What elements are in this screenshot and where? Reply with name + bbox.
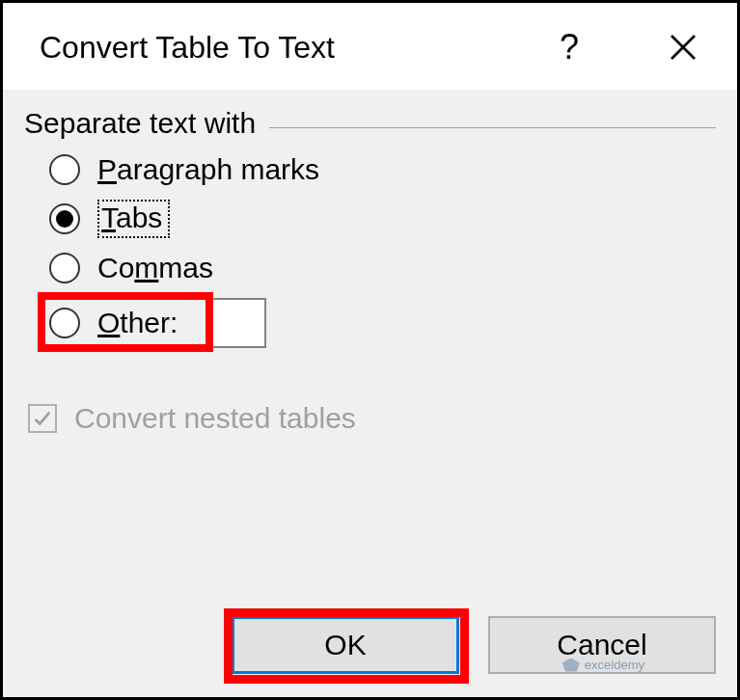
ok-button[interactable]: OK <box>232 616 459 674</box>
titlebar-buttons: ? <box>546 24 706 70</box>
checkbox-label: Convert nested tables <box>74 402 356 435</box>
radio-label: Other: <box>97 307 178 339</box>
fieldset-divider <box>269 127 716 128</box>
radio-label: Tabs <box>97 200 170 238</box>
radio-label: Commas <box>97 252 213 284</box>
dialog-title: Convert Table To Text <box>40 30 335 66</box>
separator-radio-group: Paragraph marks Tabs Commas Other: <box>24 153 716 348</box>
radio-button-icon <box>49 203 80 234</box>
help-button[interactable]: ? <box>546 24 592 70</box>
radio-button-icon <box>49 253 80 283</box>
radio-paragraph-marks[interactable]: Paragraph marks <box>49 153 716 186</box>
radio-selected-icon <box>56 210 73 228</box>
dialog-body: Separate text with Paragraph marks Tabs … <box>3 90 737 697</box>
cancel-button[interactable]: Cancel <box>488 616 716 674</box>
checkmark-icon <box>32 408 53 429</box>
radio-tabs[interactable]: Tabs <box>49 200 716 238</box>
other-separator-input[interactable] <box>210 298 266 348</box>
close-button[interactable] <box>660 24 706 70</box>
radio-button-icon <box>49 308 80 338</box>
fieldset-label: Separate text with <box>24 107 256 140</box>
close-icon <box>668 32 699 63</box>
dialog-buttons: OK Cancel <box>24 616 716 676</box>
dialog-window: Convert Table To Text ? Separate text wi… <box>0 0 740 700</box>
fieldset-header: Separate text with <box>24 107 716 140</box>
convert-nested-tables-checkbox: Convert nested tables <box>24 402 716 435</box>
radio-button-icon <box>49 154 80 185</box>
checkbox-box-icon <box>28 404 57 433</box>
titlebar: Convert Table To Text ? <box>3 3 737 90</box>
radio-commas[interactable]: Commas <box>49 252 716 284</box>
radio-label: Paragraph marks <box>97 153 319 186</box>
radio-other[interactable]: Other: <box>49 298 716 348</box>
